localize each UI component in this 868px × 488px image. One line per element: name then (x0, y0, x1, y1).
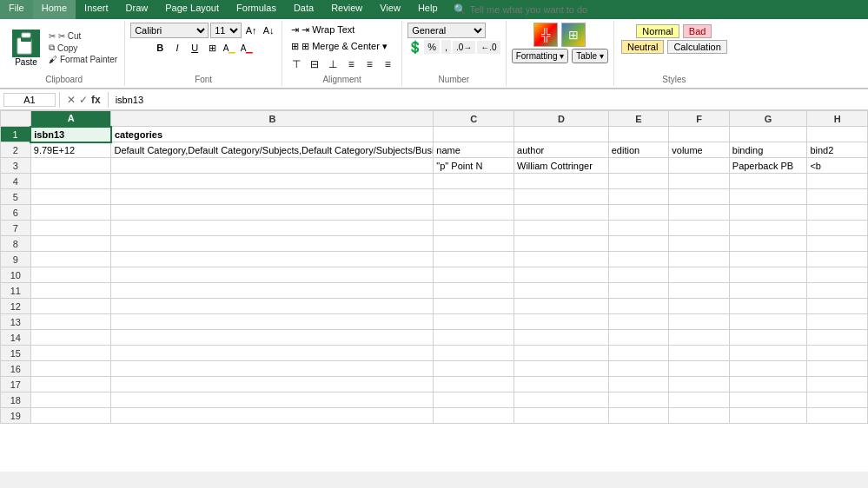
cell-A7[interactable] (30, 221, 111, 236)
cell-C8[interactable] (434, 236, 514, 252)
row-header-3[interactable]: 3 (1, 158, 31, 174)
cell-B6[interactable] (111, 205, 434, 221)
formula-input[interactable] (112, 94, 865, 106)
cell-G9[interactable] (729, 252, 807, 267)
cell-D11[interactable] (514, 283, 609, 299)
cell-E16[interactable] (608, 361, 669, 377)
cell-G17[interactable] (729, 377, 807, 392)
cell-B2[interactable]: Default Category,Default Category/Subjec… (111, 142, 434, 158)
align-bottom-button[interactable]: ⊥ (324, 56, 341, 73)
copy-button[interactable]: ⧉ Copy (47, 42, 119, 54)
cell-B17[interactable] (111, 377, 434, 392)
paste-button[interactable]: Paste (9, 28, 43, 69)
cell-D14[interactable] (514, 330, 609, 346)
cell-E9[interactable] (608, 252, 669, 267)
italic-button[interactable]: I (169, 40, 185, 56)
cell-D6[interactable] (514, 205, 609, 221)
cell-A2[interactable]: 9.79E+12 (30, 142, 111, 158)
row-header-1[interactable]: 1 (1, 127, 31, 142)
tab-review[interactable]: Review (322, 0, 371, 19)
tell-me-input[interactable] (470, 4, 609, 15)
cell-E4[interactable] (608, 174, 669, 189)
cell-C10[interactable] (434, 267, 514, 283)
cell-H2[interactable]: bind2 (807, 142, 868, 158)
cell-G18[interactable] (729, 392, 807, 408)
comma-button[interactable]: , (441, 40, 451, 54)
cell-A15[interactable] (30, 346, 111, 361)
cell-F4[interactable] (669, 174, 730, 189)
cell-G4[interactable] (729, 174, 807, 189)
cell-A12[interactable] (30, 299, 111, 314)
cell-A11[interactable] (30, 283, 111, 299)
cell-F10[interactable] (669, 267, 730, 283)
col-header-c[interactable]: C (434, 111, 514, 127)
cell-B4[interactable] (111, 174, 434, 189)
cell-D9[interactable] (514, 252, 609, 267)
tab-draw[interactable]: Draw (117, 0, 157, 19)
cell-H10[interactable] (807, 267, 868, 283)
cell-D1[interactable] (514, 127, 609, 142)
cell-D17[interactable] (514, 377, 609, 392)
cell-G5[interactable] (729, 189, 807, 205)
col-header-e[interactable]: E (608, 111, 669, 127)
formula-function-button[interactable]: fx (91, 94, 101, 106)
cell-B16[interactable] (111, 361, 434, 377)
cell-C1[interactable] (434, 127, 514, 142)
cell-H11[interactable] (807, 283, 868, 299)
cell-C5[interactable] (434, 189, 514, 205)
cell-G15[interactable] (729, 346, 807, 361)
row-header-12[interactable]: 12 (1, 299, 31, 314)
tab-help[interactable]: Help (409, 0, 447, 19)
cell-G1[interactable] (729, 127, 807, 142)
format-as-table-button[interactable]: Table ▾ (572, 49, 608, 63)
number-format-select[interactable]: General (407, 23, 486, 38)
cell-B18[interactable] (111, 392, 434, 408)
cell-A5[interactable] (30, 189, 111, 205)
cell-C4[interactable] (434, 174, 514, 189)
cell-G12[interactable] (729, 299, 807, 314)
cell-F6[interactable] (669, 205, 730, 221)
cell-C16[interactable] (434, 361, 514, 377)
cell-A13[interactable] (30, 314, 111, 330)
cut-button[interactable]: ✂ ✂ Cut (47, 30, 119, 42)
row-header-11[interactable]: 11 (1, 283, 31, 299)
cell-E6[interactable] (608, 205, 669, 221)
cell-D12[interactable] (514, 299, 609, 314)
cell-C17[interactable] (434, 377, 514, 392)
cell-D2[interactable]: author (514, 142, 609, 158)
cell-E8[interactable] (608, 236, 669, 252)
row-header-6[interactable]: 6 (1, 205, 31, 221)
cell-C19[interactable] (434, 408, 514, 424)
cell-H13[interactable] (807, 314, 868, 330)
row-header-13[interactable]: 13 (1, 314, 31, 330)
fill-color-button[interactable]: A▁ (222, 40, 237, 56)
col-header-h[interactable]: H (807, 111, 868, 127)
border-button[interactable]: ⊞ (204, 40, 220, 56)
cell-F15[interactable] (669, 346, 730, 361)
cell-F7[interactable] (669, 221, 730, 236)
align-middle-button[interactable]: ⊟ (306, 56, 323, 73)
cell-H3[interactable]: <b (807, 158, 868, 174)
calculation-style-button[interactable]: Calculation (667, 40, 726, 54)
cell-C2[interactable]: name (434, 142, 514, 158)
cell-B5[interactable] (111, 189, 434, 205)
wrap-text-button[interactable]: ⇥ ⇥ Wrap Text (288, 23, 396, 37)
align-center-button[interactable]: ≡ (361, 56, 378, 73)
cell-C3[interactable]: "p" Point N (434, 158, 514, 174)
cell-A8[interactable] (30, 236, 111, 252)
row-header-7[interactable]: 7 (1, 221, 31, 236)
cell-E13[interactable] (608, 314, 669, 330)
cell-D18[interactable] (514, 392, 609, 408)
cell-D19[interactable] (514, 408, 609, 424)
decrease-font-button[interactable]: A↓ (261, 23, 276, 38)
col-header-b[interactable]: B (111, 111, 434, 127)
cell-A16[interactable] (30, 361, 111, 377)
tab-formulas[interactable]: Formulas (228, 0, 285, 19)
cell-E18[interactable] (608, 392, 669, 408)
row-header-2[interactable]: 2 (1, 142, 31, 158)
cell-A1[interactable]: isbn13 (30, 127, 111, 142)
cell-F1[interactable] (669, 127, 730, 142)
font-color-button[interactable]: A▁ (239, 40, 255, 56)
cell-E3[interactable] (608, 158, 669, 174)
bold-button[interactable]: B (152, 40, 168, 56)
